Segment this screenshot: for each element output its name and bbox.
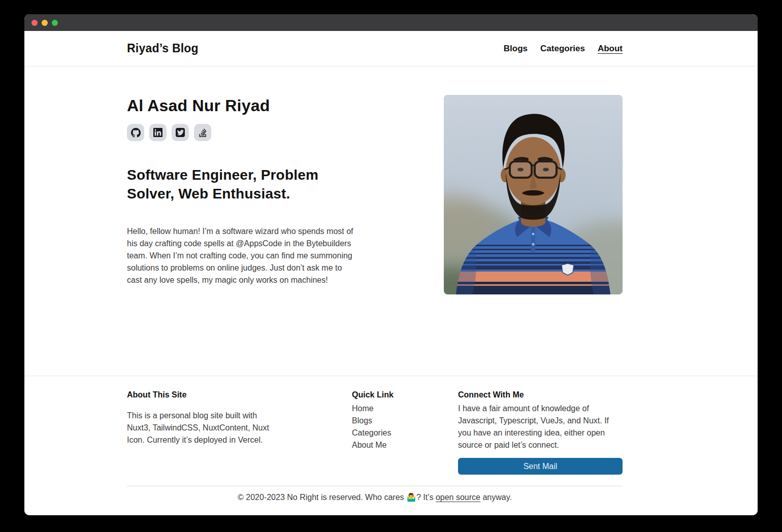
hero-text-column: Al Asad Nur Riyad Software Engin: [127, 95, 366, 294]
sent-mail-button[interactable]: Sent Mail: [458, 458, 623, 475]
close-window-button[interactable]: [31, 20, 38, 26]
profile-photo: [444, 95, 623, 294]
nav-about[interactable]: About: [598, 44, 623, 54]
tagline: Software Engineer, Problem Solver, Web E…: [127, 165, 342, 203]
site-footer: About This Site This is a personal blog …: [24, 376, 758, 515]
linkedin-icon[interactable]: [149, 124, 167, 141]
copyright-line: © 2020-2023 No Right is reserved. Who ca…: [127, 486, 623, 515]
footer-about-text: This is a personal blog site built with …: [127, 410, 279, 446]
quicklink-blogs[interactable]: Blogs: [352, 415, 394, 427]
page-title: Al Asad Nur Riyad: [127, 95, 366, 116]
portrait-illustration: [444, 95, 623, 294]
copyright-text: © 2020-2023 No Right is reserved. Who ca…: [238, 493, 436, 502]
main-content: Al Asad Nur Riyad Software Engin: [24, 66, 758, 376]
footer-connect-title: Connect With Me: [458, 390, 623, 400]
window-titlebar: [24, 14, 758, 31]
footer-quick-links-column: Quick Link Home Blogs Categories About M…: [352, 390, 394, 475]
minimize-window-button[interactable]: [42, 20, 48, 26]
footer-connect-column: Connect With Me I have a fair amount of …: [458, 390, 623, 475]
nav-categories[interactable]: Categories: [540, 44, 585, 54]
footer-about-column: About This Site This is a personal blog …: [127, 390, 279, 475]
bio-text: Hello, fellow human! I’m a software wiza…: [127, 225, 356, 286]
twitter-icon[interactable]: [172, 124, 189, 141]
zoom-window-button[interactable]: [52, 20, 58, 26]
social-links: [127, 124, 366, 141]
stackoverflow-icon[interactable]: [194, 124, 211, 141]
browser-window: Riyad’s Blog Blogs Categories About Al A…: [24, 14, 758, 515]
quick-link-list: Home Blogs Categories About Me: [352, 403, 394, 451]
quicklink-categories[interactable]: Categories: [352, 427, 394, 439]
site-header: Riyad’s Blog Blogs Categories About: [24, 31, 758, 66]
footer-about-title: About This Site: [127, 390, 279, 400]
copyright-suffix: anyway.: [480, 493, 512, 502]
site-brand[interactable]: Riyad’s Blog: [127, 42, 199, 55]
open-source-link[interactable]: open source: [436, 493, 480, 502]
quicklink-about-me[interactable]: About Me: [352, 439, 394, 451]
github-icon[interactable]: [127, 124, 144, 141]
footer-connect-text: I have a fair amount of knowledge of Jav…: [458, 403, 623, 451]
quicklink-home[interactable]: Home: [352, 403, 394, 415]
main-nav: Blogs Categories About: [504, 44, 623, 54]
nav-blogs[interactable]: Blogs: [504, 44, 528, 54]
footer-quicklink-title: Quick Link: [352, 390, 394, 400]
